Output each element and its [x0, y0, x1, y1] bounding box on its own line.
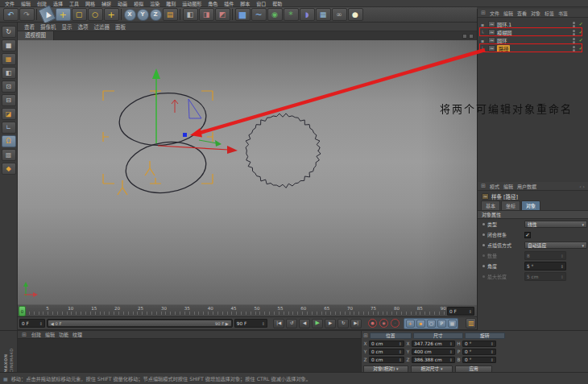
texture-paint-button[interactable]: ◆ — [2, 163, 16, 175]
x-axis-lock[interactable]: X — [124, 9, 136, 21]
lock-workplane-button[interactable]: ▩ — [2, 149, 16, 161]
hierarchy-connector[interactable]: └ — [481, 46, 487, 52]
viewport-maximize-icon[interactable] — [462, 34, 467, 39]
history-arrows-icon[interactable]: ‹ › — [579, 184, 585, 189]
keyframe-selection-button[interactable]: ◦ — [391, 319, 400, 328]
spline-object-icon[interactable]: ~ — [488, 29, 495, 35]
edges-mode-button[interactable]: ⊟ — [2, 94, 16, 106]
attribute-menu-item[interactable]: 编辑 — [503, 183, 513, 190]
spline-object-icon[interactable]: ~ — [488, 45, 495, 52]
position-x-field[interactable]: 0 cm⇕ — [369, 341, 404, 347]
play-button[interactable]: ▶ — [312, 319, 323, 328]
y-axis-lock[interactable]: Y — [137, 9, 149, 21]
selected-point[interactable] — [183, 133, 187, 137]
frame-range-slider[interactable]: ◀ 0 F 90 F ▶ — [47, 319, 233, 328]
material-menu-item[interactable]: 编辑 — [45, 331, 55, 338]
range-end-handle[interactable]: 90 F ▶ — [215, 321, 229, 326]
workplane-mode-button[interactable]: ◧ — [2, 67, 16, 79]
attribute-menu-item[interactable]: 模式 — [490, 183, 499, 190]
attribute-menu-item[interactable]: 用户数据 — [517, 183, 536, 190]
y-axis-arrow[interactable] — [152, 68, 160, 143]
goto-start-button[interactable]: |◀ — [273, 319, 284, 328]
make-editable-button[interactable]: ↻ — [2, 26, 16, 38]
key-parameter-toggle[interactable]: P — [437, 320, 446, 328]
rotation-p-field[interactable]: 0 °⇕ — [462, 349, 496, 355]
material-menu-item[interactable]: 创建 — [31, 331, 41, 338]
previous-key-button[interactable]: ↺ — [286, 319, 297, 328]
menu-item[interactable]: 捕捉 — [101, 0, 111, 7]
rotation-b-field[interactable]: 0 °⇕ — [462, 357, 496, 363]
menu-item[interactable]: 网格 — [85, 0, 95, 7]
viewport-canvas[interactable] — [18, 40, 477, 304]
previous-frame-button[interactable]: ◀ — [299, 319, 310, 328]
position-y-field[interactable]: 0 cm⇕ — [369, 349, 404, 355]
type-dropdown[interactable]: 线性▾ — [524, 221, 587, 228]
visibility-toggles[interactable] — [573, 22, 575, 27]
tab-object[interactable]: 对象 — [521, 200, 540, 210]
keyframe-dot-icon[interactable] — [482, 223, 485, 225]
menu-item[interactable]: 模拟 — [134, 0, 143, 7]
menu-item[interactable]: 渲染 — [150, 0, 159, 7]
range-start-handle[interactable]: ◀ 0 F — [51, 321, 62, 326]
autokey-button[interactable]: ◉ — [379, 319, 388, 328]
coordinate-system-button[interactable]: ▤ — [163, 8, 178, 21]
render-settings-button[interactable]: ◩ — [215, 8, 230, 21]
menu-item[interactable]: 编辑 — [21, 0, 31, 7]
object-manager-menu-item[interactable]: 书签 — [558, 10, 568, 17]
key-position-toggle[interactable]: + — [406, 320, 415, 328]
object-name[interactable]: 圆环.1 — [497, 21, 511, 28]
snap-magnet-button[interactable]: Ω — [2, 135, 16, 147]
xpresso-icon[interactable]: ∞ — [332, 8, 347, 21]
enabled-checkmark[interactable]: ✓ — [579, 21, 583, 27]
keyframe-dot-icon[interactable] — [482, 233, 485, 236]
figure-eight-spline[interactable] — [117, 89, 209, 198]
start-frame-field[interactable]: 0 F⇕ — [19, 319, 45, 328]
object-name-editing[interactable]: 路径 — [497, 45, 510, 52]
menu-item[interactable]: 文件 — [5, 0, 14, 7]
menu-item[interactable]: 脚本 — [240, 0, 250, 7]
size-x-field[interactable]: 347.726 cm⇕ — [412, 341, 455, 347]
menu-item[interactable]: 动画 — [118, 0, 127, 7]
interpolation-dropdown[interactable]: 自动适应▾ — [524, 242, 587, 249]
enabled-checkmark[interactable]: ✓ — [579, 45, 583, 52]
keyframe-dot-icon[interactable] — [482, 265, 485, 267]
key-scale-toggle[interactable]: ▪ — [416, 320, 425, 328]
menu-item[interactable]: 窗口 — [256, 0, 266, 7]
stepper-icon[interactable]: ⇕ — [561, 264, 564, 269]
end-frame-field[interactable]: 90 F⇕ — [234, 319, 267, 328]
object-manager-menu-item[interactable]: 标签 — [545, 10, 554, 17]
size-z-field[interactable]: 386.388 cm⇕ — [412, 357, 455, 363]
material-menu-item[interactable]: 功能 — [59, 331, 68, 338]
current-frame-field[interactable]: 0 F⇕ — [447, 307, 474, 316]
points-mode-button[interactable]: ⊡ — [2, 81, 16, 93]
render-view-button[interactable]: ◧ — [183, 8, 198, 21]
menu-item[interactable]: 工具 — [69, 0, 79, 7]
viewport-options-icon[interactable] — [469, 34, 474, 39]
add-spline-button[interactable]: ~ — [251, 8, 267, 21]
enabled-checkmark[interactable]: ✓ — [579, 29, 583, 35]
visibility-toggles[interactable] — [573, 46, 575, 52]
move-tool[interactable]: + — [56, 8, 71, 21]
jagged-circle-spline[interactable] — [246, 114, 321, 188]
rotation-h-field[interactable]: 0 °⇕ — [462, 341, 496, 347]
position-z-field[interactable]: 0 cm⇕ — [369, 357, 404, 363]
add-subdivision-button[interactable]: ◉ — [267, 8, 283, 21]
rotate-tool[interactable]: ○ — [88, 8, 103, 21]
menu-item[interactable]: 插件 — [224, 0, 234, 7]
spline-object-icon[interactable]: ~ — [488, 37, 495, 43]
close-spline-checkbox[interactable]: ✓ — [524, 232, 531, 238]
menu-item[interactable]: 运动图形 — [182, 0, 201, 7]
redo-icon[interactable]: ↷ — [19, 8, 35, 21]
viewport-menu-item[interactable]: 显示 — [62, 23, 72, 31]
goto-end-button[interactable]: ▶| — [350, 319, 362, 328]
enabled-checkmark[interactable]: ✓ — [579, 37, 583, 43]
object-name[interactable]: 圆环 — [497, 37, 507, 44]
last-used-tool[interactable]: + — [104, 8, 119, 21]
keyframe-bar-icon[interactable]: ▥ — [466, 318, 476, 328]
hierarchy-connector[interactable]: ▪ — [481, 38, 487, 43]
menu-item[interactable]: 选择 — [53, 0, 63, 7]
key-pla-toggle[interactable]: ▦ — [448, 320, 457, 328]
menu-item[interactable]: 角色 — [208, 0, 217, 7]
timeline-ruler[interactable]: 0 051015202530354045505560657075808590 0… — [18, 304, 477, 317]
live-selection-tool[interactable]: ▶ — [38, 5, 56, 24]
